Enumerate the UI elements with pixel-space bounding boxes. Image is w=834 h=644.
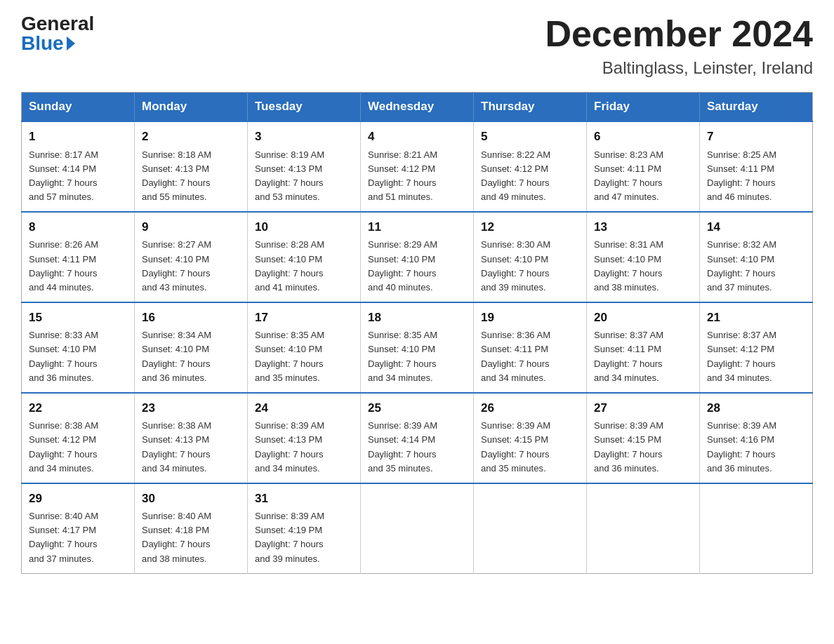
day-sunrise: Sunrise: 8:18 AM — [142, 148, 240, 162]
logo-general-text: General — [21, 14, 94, 34]
weekday-header-saturday: Saturday — [700, 93, 813, 122]
day-cell-6: 6Sunrise: 8:23 AMSunset: 4:11 PMDaylight… — [587, 121, 700, 212]
day-sunset: Sunset: 4:14 PM — [29, 162, 127, 176]
day-sunset: Sunset: 4:10 PM — [707, 253, 805, 267]
day-cell-1: 1Sunrise: 8:17 AMSunset: 4:14 PMDaylight… — [22, 121, 135, 212]
day-number: 22 — [29, 399, 127, 417]
day-daylight-line2: and 36 minutes. — [707, 462, 805, 476]
day-cell-21: 21Sunrise: 8:37 AMSunset: 4:12 PMDayligh… — [700, 302, 813, 393]
day-number: 29 — [29, 490, 127, 508]
day-sunrise: Sunrise: 8:31 AM — [594, 238, 692, 252]
logo-triangle-icon — [67, 36, 75, 51]
week-row-4: 22Sunrise: 8:38 AMSunset: 4:12 PMDayligh… — [22, 393, 813, 483]
day-sunrise: Sunrise: 8:38 AM — [29, 419, 127, 433]
day-number: 2 — [142, 128, 240, 146]
day-daylight-line2: and 35 minutes. — [481, 462, 579, 476]
day-sunset: Sunset: 4:11 PM — [481, 342, 579, 356]
day-cell-26: 26Sunrise: 8:39 AMSunset: 4:15 PMDayligh… — [474, 393, 587, 483]
day-number: 26 — [481, 399, 579, 417]
day-number: 30 — [142, 490, 240, 508]
logo: General Blue — [21, 14, 94, 53]
day-daylight-line2: and 38 minutes. — [142, 552, 240, 566]
day-sunset: Sunset: 4:10 PM — [255, 253, 353, 267]
day-number: 3 — [255, 128, 353, 146]
day-daylight-line2: and 36 minutes. — [29, 371, 127, 385]
day-sunset: Sunset: 4:12 PM — [481, 162, 579, 176]
day-daylight-line1: Daylight: 7 hours — [142, 176, 240, 190]
day-sunrise: Sunrise: 8:40 AM — [29, 509, 127, 523]
day-daylight-line1: Daylight: 7 hours — [594, 357, 692, 371]
day-daylight-line2: and 34 minutes. — [481, 371, 579, 385]
day-number: 5 — [481, 128, 579, 146]
day-number: 13 — [594, 218, 692, 236]
day-sunset: Sunset: 4:10 PM — [368, 342, 466, 356]
day-daylight-line2: and 35 minutes. — [368, 462, 466, 476]
day-daylight-line2: and 41 minutes. — [255, 281, 353, 295]
day-daylight-line2: and 44 minutes. — [29, 281, 127, 295]
day-cell-15: 15Sunrise: 8:33 AMSunset: 4:10 PMDayligh… — [22, 302, 135, 393]
day-number: 1 — [29, 128, 127, 146]
day-sunset: Sunset: 4:10 PM — [481, 253, 579, 267]
day-sunset: Sunset: 4:11 PM — [29, 253, 127, 267]
day-daylight-line1: Daylight: 7 hours — [594, 448, 692, 462]
weekday-header-monday: Monday — [135, 93, 248, 122]
day-number: 19 — [481, 309, 579, 327]
day-cell-2: 2Sunrise: 8:18 AMSunset: 4:13 PMDaylight… — [135, 121, 248, 212]
day-cell-4: 4Sunrise: 8:21 AMSunset: 4:12 PMDaylight… — [361, 121, 474, 212]
day-sunset: Sunset: 4:15 PM — [481, 433, 579, 447]
location-title: Baltinglass, Leinster, Ireland — [545, 58, 813, 78]
day-cell-18: 18Sunrise: 8:35 AMSunset: 4:10 PMDayligh… — [361, 302, 474, 393]
day-sunrise: Sunrise: 8:37 AM — [707, 328, 805, 342]
day-sunrise: Sunrise: 8:28 AM — [255, 238, 353, 252]
day-daylight-line1: Daylight: 7 hours — [255, 176, 353, 190]
day-cell-22: 22Sunrise: 8:38 AMSunset: 4:12 PMDayligh… — [22, 393, 135, 483]
calendar-table: SundayMondayTuesdayWednesdayThursdayFrid… — [21, 92, 813, 574]
day-cell-8: 8Sunrise: 8:26 AMSunset: 4:11 PMDaylight… — [22, 212, 135, 302]
day-sunrise: Sunrise: 8:36 AM — [481, 328, 579, 342]
day-sunset: Sunset: 4:10 PM — [368, 253, 466, 267]
day-daylight-line1: Daylight: 7 hours — [142, 537, 240, 551]
day-number: 24 — [255, 399, 353, 417]
day-daylight-line1: Daylight: 7 hours — [594, 267, 692, 281]
day-sunset: Sunset: 4:14 PM — [368, 433, 466, 447]
day-sunset: Sunset: 4:17 PM — [29, 523, 127, 537]
day-sunset: Sunset: 4:10 PM — [142, 253, 240, 267]
day-sunset: Sunset: 4:19 PM — [255, 523, 353, 537]
day-cell-9: 9Sunrise: 8:27 AMSunset: 4:10 PMDaylight… — [135, 212, 248, 302]
day-sunset: Sunset: 4:12 PM — [707, 342, 805, 356]
day-sunset: Sunset: 4:11 PM — [594, 342, 692, 356]
day-sunset: Sunset: 4:13 PM — [142, 433, 240, 447]
day-sunrise: Sunrise: 8:40 AM — [142, 509, 240, 523]
day-daylight-line1: Daylight: 7 hours — [707, 267, 805, 281]
day-sunrise: Sunrise: 8:39 AM — [368, 419, 466, 433]
day-sunrise: Sunrise: 8:39 AM — [481, 419, 579, 433]
day-cell-20: 20Sunrise: 8:37 AMSunset: 4:11 PMDayligh… — [587, 302, 700, 393]
day-daylight-line2: and 47 minutes. — [594, 190, 692, 204]
day-daylight-line2: and 34 minutes. — [29, 462, 127, 476]
logo-blue-text: Blue — [21, 34, 77, 53]
week-row-3: 15Sunrise: 8:33 AMSunset: 4:10 PMDayligh… — [22, 302, 813, 393]
day-daylight-line1: Daylight: 7 hours — [368, 357, 466, 371]
day-sunrise: Sunrise: 8:21 AM — [368, 148, 466, 162]
day-cell-10: 10Sunrise: 8:28 AMSunset: 4:10 PMDayligh… — [248, 212, 361, 302]
day-daylight-line1: Daylight: 7 hours — [594, 176, 692, 190]
day-number: 10 — [255, 218, 353, 236]
day-daylight-line2: and 51 minutes. — [368, 190, 466, 204]
day-cell-5: 5Sunrise: 8:22 AMSunset: 4:12 PMDaylight… — [474, 121, 587, 212]
day-daylight-line1: Daylight: 7 hours — [255, 448, 353, 462]
day-cell-30: 30Sunrise: 8:40 AMSunset: 4:18 PMDayligh… — [135, 483, 248, 573]
day-daylight-line1: Daylight: 7 hours — [481, 357, 579, 371]
day-cell-3: 3Sunrise: 8:19 AMSunset: 4:13 PMDaylight… — [248, 121, 361, 212]
day-daylight-line2: and 46 minutes. — [707, 190, 805, 204]
day-sunset: Sunset: 4:13 PM — [255, 433, 353, 447]
day-daylight-line1: Daylight: 7 hours — [142, 357, 240, 371]
day-sunrise: Sunrise: 8:25 AM — [707, 148, 805, 162]
day-sunrise: Sunrise: 8:19 AM — [255, 148, 353, 162]
day-daylight-line2: and 34 minutes. — [707, 371, 805, 385]
day-daylight-line2: and 53 minutes. — [255, 190, 353, 204]
weekday-header-sunday: Sunday — [22, 93, 135, 122]
day-sunset: Sunset: 4:10 PM — [594, 253, 692, 267]
day-cell-24: 24Sunrise: 8:39 AMSunset: 4:13 PMDayligh… — [248, 393, 361, 483]
day-sunset: Sunset: 4:18 PM — [142, 523, 240, 537]
day-number: 28 — [707, 399, 805, 417]
